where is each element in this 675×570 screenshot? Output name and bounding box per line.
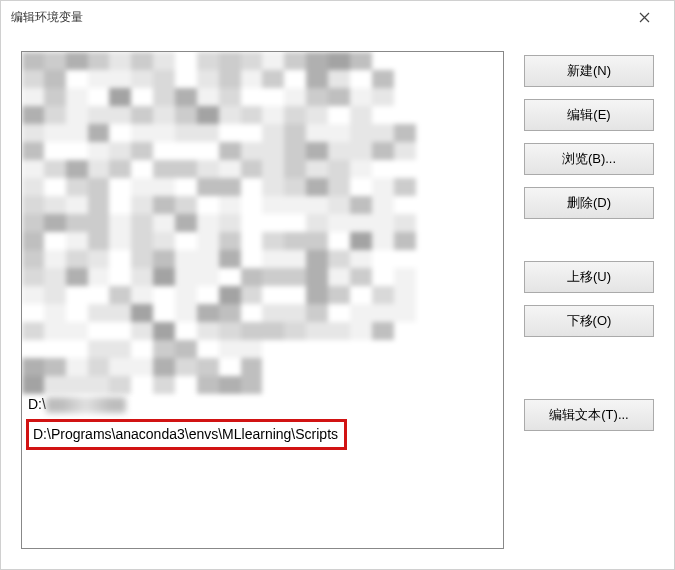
- edit-button[interactable]: 编辑(E): [524, 99, 654, 131]
- path-listbox[interactable]: D:\ D:\Programs\anaconda3\envs\MLlearnin…: [21, 51, 504, 549]
- partial-row: D:\: [28, 396, 126, 413]
- env-var-dialog: 编辑环境变量 D:\ D:\Programs\anaconda3\envs\ML…: [0, 0, 675, 570]
- obscured-text: [46, 397, 126, 413]
- partial-row-prefix: D:\: [28, 396, 46, 412]
- spacer: [524, 349, 654, 387]
- move-down-button[interactable]: 下移(O): [524, 305, 654, 337]
- browse-button[interactable]: 浏览(B)...: [524, 143, 654, 175]
- titlebar: 编辑环境变量: [1, 1, 674, 33]
- highlighted-path-row[interactable]: D:\Programs\anaconda3\envs\MLlearning\Sc…: [26, 419, 347, 450]
- move-up-button[interactable]: 上移(U): [524, 261, 654, 293]
- close-icon[interactable]: [624, 3, 664, 31]
- obscured-rows: [22, 52, 503, 397]
- highlighted-path-text: D:\Programs\anaconda3\envs\MLlearning\Sc…: [33, 426, 338, 442]
- window-title: 编辑环境变量: [11, 9, 624, 26]
- new-button[interactable]: 新建(N): [524, 55, 654, 87]
- content-area: D:\ D:\Programs\anaconda3\envs\MLlearnin…: [1, 33, 674, 569]
- button-column: 新建(N) 编辑(E) 浏览(B)... 删除(D) 上移(U) 下移(O) 编…: [524, 51, 654, 549]
- spacer: [524, 231, 654, 249]
- delete-button[interactable]: 删除(D): [524, 187, 654, 219]
- edit-text-button[interactable]: 编辑文本(T)...: [524, 399, 654, 431]
